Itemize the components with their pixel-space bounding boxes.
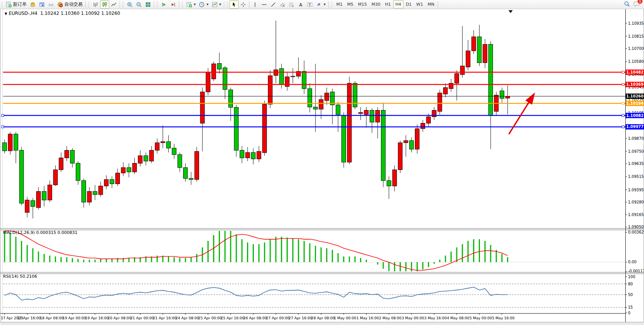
auto-scroll-button[interactable]	[159, 0, 169, 9]
candle-body	[99, 186, 103, 195]
timeframe-w1-button[interactable]: W1	[414, 0, 426, 8]
price-tick-label: 1.09165	[628, 213, 644, 217]
candle-body	[460, 66, 464, 75]
vertical-line-button[interactable]	[250, 0, 260, 9]
label-icon: T	[307, 2, 313, 8]
candle-body	[302, 71, 306, 88]
timeframe-m5-button[interactable]: M5	[345, 0, 356, 8]
toolbar-grip[interactable]	[181, 2, 184, 8]
candle-body	[370, 110, 374, 122]
time-axis-label: 21 Apr 00:00	[130, 316, 154, 320]
timeframe-m1-button[interactable]: M1	[334, 0, 345, 8]
toolbar-grip[interactable]	[122, 2, 124, 8]
auto-trading-button[interactable]: 自动交易	[56, 0, 84, 9]
candle-body	[443, 88, 448, 94]
cursor-icon	[231, 2, 237, 8]
candle-body	[240, 150, 244, 158]
time-axis-label: 27 Apr 16:00	[289, 316, 312, 320]
price-line-label: 1.10482	[626, 70, 644, 74]
timeframe-mn-button[interactable]: MN	[425, 0, 437, 8]
chevron-down-icon[interactable]: ▼	[324, 3, 325, 6]
candle-body	[404, 141, 408, 143]
line-handle[interactable]	[622, 114, 624, 117]
toolbar-separator	[249, 1, 249, 8]
price-line-label: 1.10194	[626, 101, 644, 106]
search-button[interactable]	[624, 1, 630, 8]
arrows-button[interactable]: ▼	[314, 0, 327, 9]
price-tick-label: 1.10815	[628, 34, 644, 38]
time-axis-label: 2 May 08:00	[379, 316, 402, 320]
candle-body	[489, 44, 493, 115]
bar-chart-button[interactable]	[91, 0, 100, 9]
chevron-down-icon[interactable]: ▼	[194, 3, 196, 6]
candle-body	[410, 141, 414, 149]
toolbar-grip[interactable]	[156, 2, 159, 8]
fibonacci-button[interactable]: F	[287, 0, 296, 9]
timeframe-h4-button[interactable]: H4	[393, 0, 403, 8]
line-handle[interactable]	[622, 126, 624, 128]
candle-body	[212, 64, 216, 79]
equidistant-channel-button[interactable]: E	[278, 0, 287, 9]
template-button[interactable]: ▼	[210, 0, 223, 9]
text-label-button[interactable]: T	[305, 0, 314, 9]
channel-icon: E	[279, 2, 285, 8]
toolbar-separator	[85, 1, 86, 8]
svg-text:F: F	[292, 5, 294, 8]
toolbar-grip[interactable]	[1, 2, 3, 8]
zoom-in-button[interactable]	[125, 0, 134, 9]
toolbar-grip[interactable]	[88, 2, 90, 8]
line-handle[interactable]	[622, 71, 624, 74]
candle-body	[116, 173, 120, 184]
candlestick-button[interactable]	[100, 0, 109, 9]
line-handle[interactable]	[2, 114, 4, 117]
line-handle[interactable]	[2, 126, 4, 128]
fibo-icon: F	[289, 2, 295, 8]
indicators-icon	[212, 2, 218, 8]
chevron-down-icon[interactable]: ▼	[206, 3, 208, 6]
timeframe-h1-button[interactable]: H1	[383, 0, 393, 8]
zoom-in-icon	[127, 2, 133, 8]
trendline-button[interactable]	[269, 0, 278, 9]
chart-canvas[interactable]: 1.109351.108151.107001.105801.104601.103…	[0, 0, 644, 325]
candle-body	[93, 191, 97, 195]
time-axis-label: 21 Apr 16:00	[153, 316, 177, 320]
price-tick-label: 1.09515	[628, 175, 644, 179]
data-window-button[interactable]	[37, 0, 46, 9]
text-button[interactable]: A	[296, 0, 305, 9]
line-handle[interactable]	[622, 102, 624, 104]
new-order-button[interactable]: 新订单	[4, 0, 28, 9]
time-axis-label: 5 May 00:00	[469, 316, 492, 320]
tile-windows-button[interactable]	[143, 0, 153, 9]
chevron-down-icon[interactable]: ▼	[219, 3, 221, 6]
candle-body	[251, 152, 255, 159]
application-window: { "toolbar": { "groups": [ {"items": [ {…	[0, 0, 644, 325]
community-button[interactable]: 1	[633, 1, 640, 8]
candle-body	[155, 143, 159, 150]
line-handle[interactable]	[622, 83, 624, 86]
toolbar-grip[interactable]	[226, 2, 229, 8]
candle-body	[472, 37, 476, 51]
candle-body	[3, 143, 7, 151]
candle-body	[104, 179, 108, 186]
timeframe-m15-button[interactable]: M15	[356, 0, 370, 8]
candle-body	[279, 69, 284, 85]
chart-shift-button[interactable]	[169, 0, 178, 9]
candle-body	[392, 170, 397, 186]
new-chart-button[interactable]: ▼	[185, 0, 197, 9]
zoom-out-button[interactable]	[134, 0, 143, 9]
periods-button[interactable]: ▼	[197, 0, 210, 9]
signals-button[interactable]	[46, 0, 56, 9]
timeframe-d1-button[interactable]: D1	[403, 0, 414, 8]
cursor-button[interactable]	[230, 0, 239, 9]
market-watch-button[interactable]	[28, 0, 37, 9]
time-axis-label: 17 Apr 16:00	[17, 316, 41, 320]
line-chart-button[interactable]	[109, 0, 118, 9]
toolbar-grip[interactable]	[331, 2, 333, 8]
horizontal-line-button[interactable]	[260, 0, 269, 9]
timeframe-m30-button[interactable]: M30	[369, 0, 383, 8]
candle-body	[268, 76, 272, 104]
candle-body	[217, 64, 222, 69]
candle-body	[319, 99, 323, 109]
crosshair-button[interactable]	[239, 0, 248, 9]
macd-axis-label: 0.00	[628, 260, 636, 264]
